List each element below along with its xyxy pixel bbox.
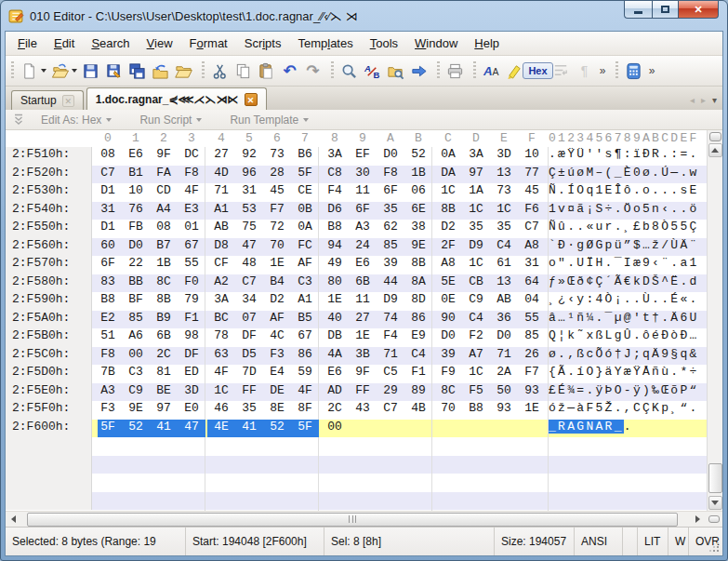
hex-byte[interactable] — [434, 420, 462, 438]
hex-byte[interactable]: 86 — [404, 311, 432, 329]
hex-byte[interactable]: 1B — [150, 256, 178, 274]
new-file-button[interactable] — [18, 60, 41, 83]
hex-byte[interactable]: 64 — [518, 274, 546, 293]
menu-view[interactable]: View — [139, 33, 181, 53]
hex-byte[interactable]: F3 — [94, 401, 122, 420]
ascii-selection[interactable]: _RAGNAR_ — [549, 420, 624, 434]
hex-byte[interactable]: 55 — [178, 256, 205, 274]
toolbar-grip[interactable] — [331, 61, 334, 80]
hex-byte[interactable] — [207, 456, 235, 474]
hex-byte[interactable]: 59 — [291, 365, 319, 383]
hex-byte[interactable]: 83 — [94, 274, 122, 293]
hex-byte[interactable] — [321, 456, 349, 474]
hex-byte[interactable]: 28 — [263, 166, 291, 184]
hex-byte[interactable]: 3A — [207, 292, 235, 311]
word-wrap-button[interactable] — [549, 60, 573, 83]
hex-byte[interactable] — [207, 492, 235, 511]
hex-byte[interactable]: 1C — [462, 202, 490, 220]
goto-button[interactable] — [407, 60, 430, 83]
hex-byte[interactable]: C7 — [235, 274, 263, 293]
cut-button[interactable] — [208, 60, 232, 83]
hex-byte[interactable]: AF — [263, 311, 291, 329]
hex-byte[interactable]: F1 — [178, 311, 205, 329]
hex-byte[interactable] — [291, 492, 319, 511]
hex-byte[interactable] — [518, 420, 546, 438]
hex-byte[interactable]: 85 — [518, 328, 546, 347]
hex-byte[interactable]: 67 — [178, 238, 205, 257]
scroll-left-button[interactable] — [6, 513, 21, 527]
hex-byte[interactable] — [150, 492, 178, 511]
row-ascii[interactable]: ø.,ßcÕó†J;qÄ9§q& — [549, 347, 705, 366]
scroll-up-button[interactable] — [708, 143, 722, 157]
hex-mode-button[interactable]: Hex — [526, 60, 549, 83]
hex-byte[interactable]: D2 — [434, 220, 462, 238]
hex-byte[interactable] — [94, 492, 122, 511]
hex-byte[interactable]: 00 — [122, 347, 150, 366]
hex-byte[interactable]: 73 — [490, 183, 518, 202]
hex-row[interactable] — [6, 437, 707, 456]
hex-byte[interactable]: 8B — [150, 292, 178, 311]
hex-byte[interactable]: 6F — [377, 183, 404, 202]
row-ascii[interactable] — [549, 437, 705, 456]
hex-byte[interactable]: C4 — [404, 347, 432, 366]
hex-byte[interactable]: E6 — [122, 147, 150, 166]
hex-byte[interactable] — [518, 456, 546, 474]
hex-byte[interactable] — [178, 456, 205, 474]
hex-byte[interactable]: CE — [291, 183, 319, 202]
print-button[interactable] — [443, 60, 467, 83]
hex-byte[interactable]: 4F — [207, 365, 235, 383]
hex-byte[interactable]: 7D — [235, 365, 263, 383]
hex-byte[interactable]: AB — [207, 220, 235, 238]
hex-row[interactable]: 2:F5A0h:E285B9F1BC07AFB54027748690C43655… — [6, 311, 707, 329]
hex-byte[interactable]: 45 — [518, 183, 546, 202]
hex-byte[interactable]: 8A — [404, 274, 432, 293]
hex-byte[interactable]: 4D — [207, 166, 235, 184]
hex-byte[interactable]: 86 — [291, 347, 319, 366]
hex-byte[interactable]: 50 — [490, 383, 518, 402]
hex-byte[interactable]: 98 — [178, 328, 205, 347]
hex-byte[interactable]: 13 — [490, 166, 518, 184]
hex-byte[interactable]: 93 — [490, 401, 518, 420]
hex-byte[interactable]: 6F — [94, 256, 122, 274]
menu-help[interactable]: Help — [466, 33, 508, 53]
hex-byte[interactable]: 73 — [263, 147, 291, 166]
hex-byte[interactable]: 2A — [490, 365, 518, 383]
hex-byte[interactable] — [122, 492, 150, 511]
hex-byte[interactable]: BF — [122, 292, 150, 311]
hex-byte[interactable]: B8 — [321, 220, 349, 238]
hex-byte[interactable]: 70 — [434, 401, 462, 420]
hex-byte[interactable]: E4 — [263, 365, 291, 383]
row-ascii[interactable]: 1v¤ã¡S÷.Öo5n‹..ö — [549, 202, 705, 220]
hex-byte[interactable] — [122, 437, 150, 456]
hex-byte[interactable] — [462, 437, 490, 456]
hex-byte[interactable]: C7 — [94, 166, 122, 184]
hex-byte[interactable]: 8C — [434, 383, 462, 402]
hex-byte[interactable]: 93 — [518, 383, 546, 402]
hex-byte[interactable]: 97 — [462, 166, 490, 184]
hex-byte[interactable]: AB — [490, 292, 518, 311]
hex-byte[interactable] — [349, 492, 377, 511]
menu-search[interactable]: Search — [83, 33, 138, 53]
hex-byte[interactable]: CD — [150, 183, 178, 202]
hex-byte[interactable]: 85 — [377, 238, 404, 257]
hex-byte[interactable]: 52 — [122, 420, 150, 438]
hex-byte[interactable]: 60 — [94, 238, 122, 257]
hex-row[interactable]: 2:F590h:B8BF8B793A34D2A11E11D98D0EC9AB04… — [6, 292, 707, 311]
hex-byte[interactable]: 6B — [150, 328, 178, 347]
copy-button[interactable] — [232, 60, 255, 83]
hex-byte[interactable]: D5 — [235, 347, 263, 366]
hex-byte[interactable] — [434, 474, 462, 492]
hex-byte[interactable]: 1C — [434, 183, 462, 202]
hex-byte[interactable] — [349, 474, 377, 492]
hex-byte[interactable]: 0A — [291, 220, 319, 238]
hex-row[interactable]: 2:F5C0h:F8002CDF63D5F3864A3B71C439A77126… — [6, 347, 707, 366]
menu-window[interactable]: Window — [406, 33, 466, 53]
hex-byte[interactable]: F3 — [263, 347, 291, 366]
hex-byte[interactable]: F7 — [263, 202, 291, 220]
scroll-right-button[interactable] — [690, 513, 706, 527]
hex-byte[interactable]: 9F — [349, 365, 377, 383]
hex-byte[interactable]: 1B — [404, 166, 432, 184]
hex-byte[interactable]: FB — [122, 220, 150, 238]
vertical-scroll-track[interactable] — [708, 158, 722, 495]
hex-byte[interactable]: 75 — [235, 220, 263, 238]
